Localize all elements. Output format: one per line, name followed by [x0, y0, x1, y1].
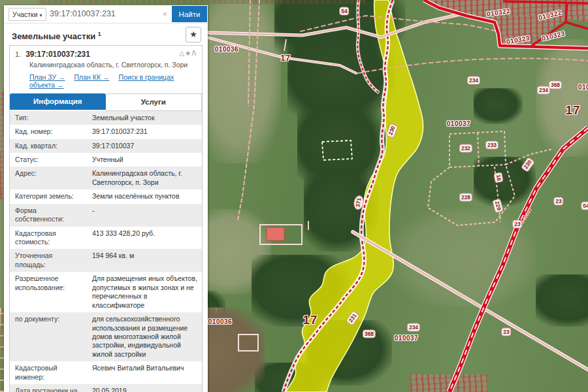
table-row: Статус:Учтенный	[10, 153, 202, 167]
map-label: 234	[407, 323, 420, 332]
plan-zu-link[interactable]: План ЗУ →	[29, 73, 65, 81]
cadastral-number-link[interactable]: 39:17:010037:231	[87, 125, 202, 139]
map-label: 368	[363, 330, 376, 338]
tab-information[interactable]: Информация	[10, 93, 106, 110]
red-roof-building	[267, 227, 284, 240]
table-row: Кадастровая стоимость:413 333 428,20 руб…	[10, 227, 202, 250]
chevron-down-icon: ▾	[40, 12, 42, 18]
panel-header: Земельные участки 1 ★	[4, 24, 208, 45]
map-label: 232	[459, 144, 472, 153]
map-label: 368	[549, 81, 562, 90]
selected-parcel-shape	[286, 0, 423, 392]
item-index: 1.	[15, 50, 21, 58]
map-label: 04	[581, 202, 588, 210]
map-label-district: 17	[302, 313, 318, 327]
search-bar: Участки▾ 39:17:010037:231 × Найти	[4, 5, 208, 24]
table-row: Адрес:Калининградская область, г. Светло…	[10, 167, 202, 189]
parcel-item-header: 1.39:17:010037:231 △★ᐱ	[10, 46, 202, 60]
map-label: 54	[339, 7, 349, 16]
parcel-info-table: Тип:Земельный участок Кад. номер:39:17:0…	[10, 111, 202, 392]
white-dashed-parcel	[322, 140, 352, 160]
table-row: Форма собственности:-	[10, 204, 202, 227]
item-cadastral-number: 39:17:010037:231	[25, 50, 90, 59]
table-row: Категория земель:Земли населённых пункто…	[10, 189, 202, 203]
map-label-district: 17	[565, 103, 580, 118]
field-lane	[284, 39, 308, 230]
map-label: 23	[553, 197, 563, 206]
search-category-label: Участки	[12, 10, 38, 18]
table-row: Кад. номер:39:17:010037:231	[10, 125, 202, 139]
find-button[interactable]: Найти	[172, 6, 207, 22]
favorite-star-button[interactable]: ★	[186, 27, 201, 42]
map-label: 234	[467, 76, 480, 85]
clear-icon[interactable]: ×	[162, 5, 167, 23]
map-label-district: 17	[280, 53, 290, 63]
tab-services[interactable]: Услуги	[106, 93, 203, 111]
item-links: План ЗУ →План КК →Поиск в границах объек…	[10, 72, 202, 93]
map-canvas[interactable]: 54 010036 17 010322 010322 010323 010323…	[0, 0, 588, 392]
search-category-dropdown[interactable]: Участки▾	[8, 8, 46, 21]
search-input[interactable]: 39:17:010037:231	[50, 5, 116, 23]
plan-kk-link[interactable]: План КК →	[74, 73, 110, 81]
panel-title: Земельные участки 1	[12, 31, 101, 41]
map-label: 233	[485, 141, 498, 150]
farm-outline	[238, 335, 258, 351]
table-row: Дата постановки на учет:20.05.2019	[10, 384, 202, 392]
map-label: 23	[501, 328, 511, 336]
item-address: Калининградская область, г. Светлогорск,…	[10, 60, 202, 72]
table-row: Кад. квартал:39:17:010037	[10, 139, 202, 153]
map-label-quarter: 010037	[395, 335, 418, 342]
table-row: Кадастровый инженер:Ясевич Виталий Витал…	[10, 361, 202, 384]
result-count: 1	[98, 31, 101, 37]
table-row: Уточненная площадь:194 964 кв. м	[10, 249, 202, 272]
results-panel: Участки▾ 39:17:010037:231 × Найти Земель…	[4, 5, 208, 392]
table-row: Разрешенное использование:Для размещения…	[10, 272, 202, 312]
table-row: по документу:для сельскохозяйственного и…	[10, 312, 202, 361]
map-label-quarter: 010037	[447, 120, 470, 127]
cadastral-quarter-link[interactable]: 39:17:010037	[87, 139, 202, 153]
map-label: 228	[459, 193, 472, 202]
table-row: Тип:Земельный участок	[10, 111, 202, 125]
tab-bar: Информация Услуги	[10, 93, 202, 111]
map-label-quarter: 0100	[578, 84, 588, 91]
map-label-quarter: 010036	[215, 46, 238, 53]
map-label-quarter: 010036	[208, 318, 232, 325]
item-action-icons[interactable]: △★ᐱ	[180, 50, 197, 57]
parcel-card: 1.39:17:010037:231 △★ᐱ Калининградская о…	[9, 45, 203, 392]
